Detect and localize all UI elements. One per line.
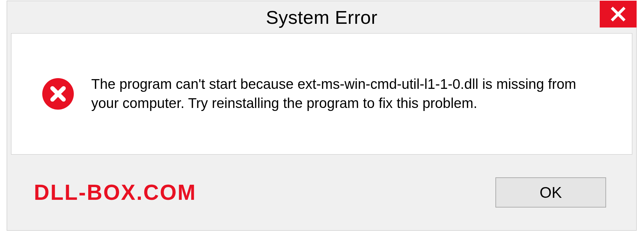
close-icon xyxy=(610,6,626,22)
titlebar: System Error xyxy=(7,1,636,33)
ok-button-label: OK xyxy=(540,183,562,201)
watermark-text: DLL-BOX.COM xyxy=(34,180,197,205)
ok-button[interactable]: OK xyxy=(495,177,606,208)
dialog-content: The program can't start because ext-ms-w… xyxy=(11,33,632,155)
error-message: The program can't start because ext-ms-w… xyxy=(91,75,584,113)
close-button[interactable] xyxy=(600,1,637,27)
error-dialog: System Error The program can't start bec… xyxy=(7,1,637,231)
dialog-footer: DLL-BOX.COM OK xyxy=(7,155,636,230)
dialog-title: System Error xyxy=(266,6,378,28)
error-circle-x-icon xyxy=(42,77,74,110)
